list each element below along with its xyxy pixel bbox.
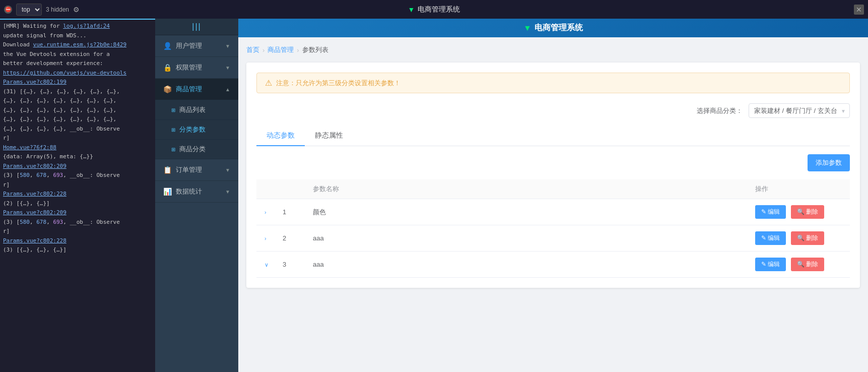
edit-button-3[interactable]: ✎ 编辑: [755, 258, 786, 271]
sidebar-item-label: 商品管理: [176, 85, 221, 94]
notice-bar: ⚠ 注意：只允许为第三级分类设置相关参数！: [256, 73, 850, 93]
app-header-title: ▼ 电商管理系统: [523, 23, 583, 33]
topbar-close-icon[interactable]: ✕: [854, 5, 864, 15]
delete-button-2[interactable]: 🔍 删除: [791, 231, 824, 245]
console-link[interactable]: Home.vue?76f2:88: [3, 144, 56, 151]
diamond-icon: ▼: [408, 6, 415, 14]
console-link[interactable]: Params.vue?c802:228: [3, 237, 66, 244]
console-link[interactable]: log.js?1afd:24: [63, 23, 110, 29]
console-link[interactable]: Params.vue?c802:209: [3, 163, 66, 169]
chevron-down-icon: ▼: [225, 189, 230, 195]
breadcrumb-product-mgmt[interactable]: 商品管理: [268, 45, 294, 54]
console-line: Params.vue?c802:209: [0, 208, 155, 218]
console-link[interactable]: Params.vue?c802:209: [3, 209, 66, 216]
edit-button-2[interactable]: ✎ 编辑: [755, 231, 786, 245]
menu-icon: |||: [192, 22, 201, 31]
table-row: › 2 aaa ✎ 编辑 🔍 删除: [256, 225, 850, 252]
row-name: 颜色: [307, 199, 749, 225]
console-panel: [HMR] Waiting for log.js?1afd:24 update …: [0, 19, 155, 372]
console-line: the Vue Devtools extension for a: [0, 50, 155, 59]
breadcrumb-home[interactable]: 首页: [246, 45, 259, 54]
console-link[interactable]: Params.vue?c802:199: [3, 79, 66, 85]
chart-icon: 📊: [163, 188, 172, 196]
console-line: r]: [0, 180, 155, 190]
sidebar-sub-item-label: 商品分类: [179, 145, 206, 154]
console-line: Home.vue?76f2:88: [0, 143, 155, 153]
main-content: ▼ 电商管理系统 首页 › 商品管理 › 参数列表 ⚠ 注意：只允许为第三级分类…: [238, 19, 868, 372]
sidebar-menu-bar: |||: [155, 19, 238, 35]
header-title: 电商管理系统: [535, 23, 583, 33]
console-line: (2) [{…}, {…}]: [0, 199, 155, 209]
add-param-button[interactable]: 添加参数: [808, 154, 850, 171]
diamond-icon: ▼: [523, 24, 531, 33]
chevron-down-icon: ▼: [225, 167, 230, 173]
content-card: ⚠ 注意：只允许为第三级分类设置相关参数！ 选择商品分类： 家装建材 / 餐厅门…: [246, 63, 860, 288]
order-icon: 📋: [163, 166, 172, 174]
console-line: Download vue.runtime.esm.js?2b0e:8429: [0, 40, 155, 50]
edit-button-1[interactable]: ✎ 编辑: [755, 205, 786, 219]
breadcrumb-sep: ›: [262, 46, 264, 54]
sidebar-sub-item-product-list[interactable]: ⊞ 商品列表: [155, 100, 238, 120]
console-line: r]: [0, 227, 155, 236]
tab-dynamic-params[interactable]: 动态参数: [256, 126, 305, 146]
tabs: 动态参数 静态属性: [256, 126, 850, 146]
grid-icon: ⊞: [171, 147, 175, 152]
table-header-expander: [256, 179, 277, 199]
context-selector[interactable]: top: [16, 4, 42, 16]
tab-static-attrs[interactable]: 静态属性: [305, 126, 353, 146]
table-row: › 1 颜色 ✎ 编辑 🔍 删除: [256, 199, 850, 225]
sidebar-item-order-management[interactable]: 📋 订单管理 ▼: [155, 159, 238, 181]
row-index: 2: [277, 225, 307, 252]
grid-icon: ⊞: [171, 127, 175, 133]
row-expander-2[interactable]: ›: [262, 234, 269, 242]
console-link[interactable]: vue.runtime.esm.js?2b0e:8429: [33, 41, 126, 48]
sidebar-item-data-stats[interactable]: 📊 数据统计 ▼: [155, 181, 238, 203]
console-line: update signal from WDS...: [0, 31, 155, 41]
breadcrumb: 首页 › 商品管理 › 参数列表: [246, 45, 860, 54]
chevron-up-icon: ▲: [225, 87, 230, 92]
notice-text: 注意：只允许为第三级分类设置相关参数！: [276, 79, 400, 88]
category-selector-row: 选择商品分类： 家装建材 / 餐厅门厅 / 玄关台: [256, 103, 850, 118]
sidebar-item-label: 权限管理: [176, 63, 221, 72]
console-line: (3) [580, 678, 693, __ob__: Observe: [0, 171, 155, 180]
console-line: {…}, {…}, {…}, {…}, {…}, {…}, {…},: [0, 115, 155, 125]
sidebar-sub-item-product-category[interactable]: ⊞ 商品分类: [155, 140, 238, 159]
sidebar: ||| 👤 用户管理 ▼ 🔒 权限管理 ▼ 📦 商品管理 ▲ ⊞ 商品列表 ⊞ …: [155, 19, 238, 372]
sidebar-item-product-management[interactable]: 📦 商品管理 ▲: [155, 79, 238, 100]
gear-icon[interactable]: ⚙: [73, 6, 80, 14]
console-line: better development experience:: [0, 59, 155, 69]
sidebar-sub-item-category-params[interactable]: ⊞ 分类参数: [155, 120, 238, 140]
category-select[interactable]: 家装建材 / 餐厅门厅 / 玄关台: [749, 103, 850, 118]
app-header-title-bar: ▼ 电商管理系统: [408, 5, 460, 14]
row-index: 3: [277, 252, 307, 278]
console-line: (3) [{…}, {…}, {…}]: [0, 245, 155, 255]
app-title-bar: 电商管理系统: [418, 5, 460, 14]
console-line: {data: Array(5), meta: {…}}: [0, 152, 155, 162]
console-line: (3) [580, 678, 693, __ob__: Observe: [0, 218, 155, 227]
console-line: {…}, {…}, {…}, {…}, __ob__: Observe: [0, 125, 155, 134]
row-actions: ✎ 编辑 🔍 删除: [749, 252, 850, 278]
row-name: aaa: [307, 252, 749, 278]
row-expander-1[interactable]: ›: [262, 208, 269, 216]
row-expander-3[interactable]: ∨: [262, 261, 271, 269]
sidebar-sub-item-label: 商品列表: [179, 105, 206, 114]
devtools-topbar: ⛔ top 3 hidden ⚙ ▼ 电商管理系统 ✕: [0, 0, 868, 19]
sidebar-item-label: 用户管理: [176, 41, 221, 50]
user-icon: 👤: [163, 42, 172, 50]
sidebar-item-user-management[interactable]: 👤 用户管理 ▼: [155, 35, 238, 57]
console-link[interactable]: Params.vue?c802:228: [3, 191, 66, 197]
category-select-wrapper: 家装建材 / 餐厅门厅 / 玄关台: [749, 103, 850, 118]
delete-button-3[interactable]: 🔍 删除: [791, 258, 824, 271]
breadcrumb-current: 参数列表: [302, 45, 328, 54]
params-table: 参数名称 操作 › 1 颜色 ✎ 编辑: [256, 179, 850, 278]
close-btn[interactable]: ⛔: [4, 6, 12, 14]
console-line: Params.vue?c802:209: [0, 162, 155, 171]
console-link[interactable]: https://github.com/vuejs/vue-devtools: [3, 70, 126, 76]
sidebar-item-permission-management[interactable]: 🔒 权限管理 ▼: [155, 57, 238, 79]
table-header-action: 操作: [749, 179, 850, 199]
delete-button-1[interactable]: 🔍 删除: [791, 205, 824, 219]
warning-icon: ⚠: [265, 78, 272, 88]
grid-icon: ⊞: [171, 107, 175, 113]
console-line: Params.vue?c802:199: [0, 78, 155, 87]
sidebar-sub-item-label: 分类参数: [179, 125, 206, 134]
